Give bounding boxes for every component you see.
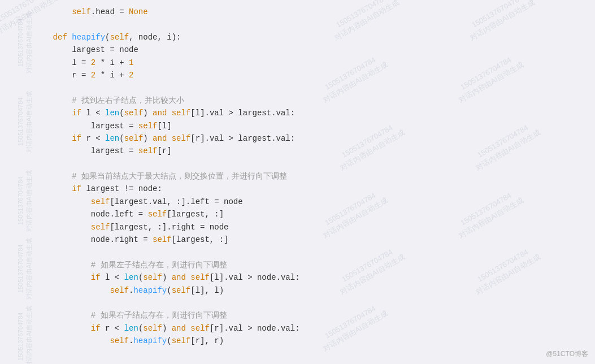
bottom-right-label: @51CTO博客 — [546, 349, 588, 359]
code-line: self.heapify(self[l], l) — [34, 284, 584, 297]
code-line: node.left = self[largest, :] — [34, 208, 584, 220]
code-line — [34, 18, 584, 31]
code-line: if r < len(self) and self[r].val > node.… — [34, 322, 584, 335]
code-line: if l < len(self) and self[l].val > node.… — [34, 271, 584, 284]
code-line — [34, 158, 584, 170]
code-line: node.right = self[largest, :] — [34, 233, 584, 246]
code-line: largest = node — [34, 44, 584, 56]
code-line: largest = self[l] — [34, 120, 584, 132]
code-line: # 找到左右子结点，并比较大小 — [34, 94, 584, 107]
code-line: if l < len(self) and self[l].val > large… — [34, 107, 584, 119]
code-line: # 如果右子结点存在，则进行向下调整 — [34, 309, 584, 322]
code-line: def heapify(self, node, i): — [34, 31, 584, 44]
code-line: # 如果左子结点存在，则进行向下调整 — [34, 259, 584, 271]
code-container: self.head = None def heapify(self, node,… — [0, 0, 595, 364]
code-line: self.heapify(self[r], r) — [34, 335, 584, 347]
code-line: self[largest, :].right = node — [34, 221, 584, 233]
code-line: self.head = None — [34, 6, 584, 18]
code-line: largest = self[r] — [34, 145, 584, 157]
code-line — [34, 246, 584, 258]
code-line: l = 2 * i + 1 — [34, 57, 584, 69]
code-line: r = 2 * i + 2 — [34, 69, 584, 81]
code-block: self.head = None def heapify(self, node,… — [34, 6, 584, 348]
code-line: if r < len(self) and self[r].val > large… — [34, 132, 584, 145]
code-line: # 如果当前结点大于最大结点，则交换位置，并进行向下调整 — [34, 170, 584, 183]
code-line: self[largest.val, :].left = node — [34, 196, 584, 208]
code-line — [34, 81, 584, 94]
code-line: if largest != node: — [34, 183, 584, 195]
code-line — [34, 297, 584, 309]
